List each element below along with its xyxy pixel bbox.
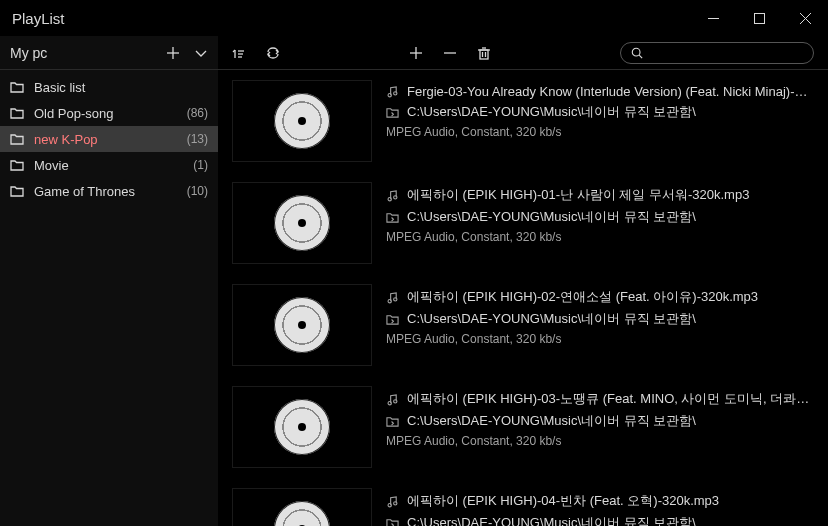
sidebar-item-label: Game of Thrones: [34, 184, 177, 199]
folder-icon: [10, 184, 24, 198]
disc-icon: [274, 297, 330, 353]
svg-point-23: [394, 195, 397, 198]
remove-track-icon[interactable]: [443, 46, 457, 60]
track-item[interactable]: 에픽하이 (EPIK HIGH)-03-노땡큐 (Feat. MINO, 사이먼…: [218, 376, 828, 478]
music-note-icon: [386, 85, 399, 98]
track-meta: 에픽하이 (EPIK HIGH)-02-연애소설 (Feat. 아이유)-320…: [386, 284, 814, 366]
svg-line-19: [639, 55, 642, 58]
sidebar-header: My pc: [0, 36, 218, 70]
track-path: C:\Users\DAE-YOUNG\Music\네이버 뮤직 보관함\: [407, 514, 696, 526]
music-note-icon: [386, 291, 399, 304]
folder-icon: [10, 132, 24, 146]
search-box[interactable]: [620, 42, 814, 64]
folder-path-icon: [386, 106, 399, 119]
sidebar-item[interactable]: Game of Thrones(10): [0, 178, 218, 204]
svg-point-22: [388, 197, 391, 200]
track-item[interactable]: 에픽하이 (EPIK HIGH)-02-연애소설 (Feat. 아이유)-320…: [218, 274, 828, 376]
folder-path-icon: [386, 211, 399, 224]
svg-rect-13: [480, 50, 488, 59]
folder-path-icon: [386, 313, 399, 326]
close-button[interactable]: [782, 0, 828, 36]
window-controls: [690, 0, 828, 36]
folder-icon: [10, 80, 24, 94]
music-note-icon: [386, 189, 399, 202]
sort-icon[interactable]: [232, 46, 246, 60]
music-note-icon: [386, 393, 399, 406]
track-item[interactable]: Fergie-03-You Already Know (Interlude Ve…: [218, 70, 828, 172]
track-title: 에픽하이 (EPIK HIGH)-03-노땡큐 (Feat. MINO, 사이먼…: [407, 390, 814, 408]
music-note-icon: [386, 495, 399, 508]
track-path: C:\Users\DAE-YOUNG\Music\네이버 뮤직 보관함\: [407, 310, 696, 328]
sidebar-item[interactable]: Basic list: [0, 74, 218, 100]
track-meta: 에픽하이 (EPIK HIGH)-01-난 사람이 제일 무서워-320k.mp…: [386, 182, 814, 264]
sidebar-list: Basic listOld Pop-song(86)new K-Pop(13)M…: [0, 70, 218, 208]
sidebar-item[interactable]: Movie(1): [0, 152, 218, 178]
track-format: MPEG Audio, Constant, 320 kb/s: [386, 434, 561, 448]
track-item[interactable]: 에픽하이 (EPIK HIGH)-04-빈차 (Feat. 오혁)-320k.m…: [218, 478, 828, 526]
track-format: MPEG Audio, Constant, 320 kb/s: [386, 332, 561, 346]
content-pane: Fergie-03-You Already Know (Interlude Ve…: [218, 36, 828, 526]
sidebar-item[interactable]: Old Pop-song(86): [0, 100, 218, 126]
disc-icon: [274, 93, 330, 149]
track-format: MPEG Audio, Constant, 320 kb/s: [386, 230, 561, 244]
sidebar-item-label: new K-Pop: [34, 132, 177, 147]
svg-point-20: [388, 94, 391, 97]
svg-rect-1: [754, 13, 764, 23]
add-track-icon[interactable]: [409, 46, 423, 60]
sidebar-item-count: (10): [187, 184, 208, 198]
sidebar-item-label: Movie: [34, 158, 183, 173]
track-item[interactable]: 에픽하이 (EPIK HIGH)-01-난 사람이 제일 무서워-320k.mp…: [218, 172, 828, 274]
disc-icon: [274, 399, 330, 455]
playlist-window: PlayList My pc: [0, 0, 828, 526]
sidebar-item-label: Basic list: [34, 80, 198, 95]
svg-point-28: [388, 503, 391, 506]
repeat-icon[interactable]: [266, 46, 280, 60]
svg-point-21: [394, 92, 397, 95]
album-art: [232, 488, 372, 526]
svg-point-26: [388, 401, 391, 404]
add-playlist-icon[interactable]: [166, 46, 180, 60]
track-title: Fergie-03-You Already Know (Interlude Ve…: [407, 84, 814, 99]
track-title: 에픽하이 (EPIK HIGH)-02-연애소설 (Feat. 아이유)-320…: [407, 288, 758, 306]
svg-point-29: [394, 501, 397, 504]
folder-icon: [10, 158, 24, 172]
track-path: C:\Users\DAE-YOUNG\Music\네이버 뮤직 보관함\: [407, 412, 696, 430]
sidebar-item[interactable]: new K-Pop(13): [0, 126, 218, 152]
track-path: C:\Users\DAE-YOUNG\Music\네이버 뮤직 보관함\: [407, 103, 696, 121]
sidebar-item-count: (86): [187, 106, 208, 120]
folder-path-icon: [386, 517, 399, 527]
track-title: 에픽하이 (EPIK HIGH)-04-빈차 (Feat. 오혁)-320k.m…: [407, 492, 719, 510]
svg-point-18: [632, 48, 640, 56]
sidebar: My pc Basic listOld Pop-song(86)new K-Po…: [0, 36, 218, 526]
album-art: [232, 80, 372, 162]
track-list[interactable]: Fergie-03-You Already Know (Interlude Ve…: [218, 70, 828, 526]
track-title: 에픽하이 (EPIK HIGH)-01-난 사람이 제일 무서워-320k.mp…: [407, 186, 749, 204]
track-path: C:\Users\DAE-YOUNG\Music\네이버 뮤직 보관함\: [407, 208, 696, 226]
search-input[interactable]: [649, 45, 803, 61]
window-title: PlayList: [12, 10, 65, 27]
delete-icon[interactable]: [477, 46, 491, 60]
track-meta: 에픽하이 (EPIK HIGH)-03-노땡큐 (Feat. MINO, 사이먼…: [386, 386, 814, 468]
sidebar-item-count: (13): [187, 132, 208, 146]
folder-icon: [10, 106, 24, 120]
svg-point-25: [394, 297, 397, 300]
disc-icon: [274, 195, 330, 251]
album-art: [232, 182, 372, 264]
track-meta: 에픽하이 (EPIK HIGH)-04-빈차 (Feat. 오혁)-320k.m…: [386, 488, 814, 526]
content-toolbar: [218, 36, 828, 70]
album-art: [232, 284, 372, 366]
search-icon: [631, 47, 643, 59]
sidebar-title: My pc: [10, 45, 47, 61]
minimize-button[interactable]: [690, 0, 736, 36]
sidebar-item-label: Old Pop-song: [34, 106, 177, 121]
maximize-button[interactable]: [736, 0, 782, 36]
disc-icon: [274, 501, 330, 526]
svg-point-24: [388, 299, 391, 302]
album-art: [232, 386, 372, 468]
track-meta: Fergie-03-You Already Know (Interlude Ve…: [386, 80, 814, 162]
titlebar: PlayList: [0, 0, 828, 36]
chevron-down-icon[interactable]: [194, 46, 208, 60]
folder-path-icon: [386, 415, 399, 428]
sidebar-item-count: (1): [193, 158, 208, 172]
svg-point-27: [394, 399, 397, 402]
